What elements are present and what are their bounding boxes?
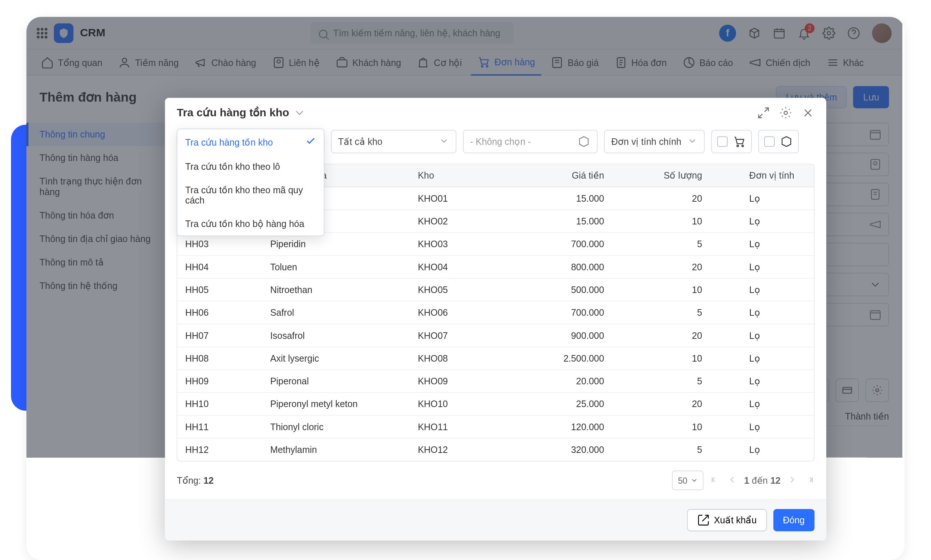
table-row[interactable]: HH10Piperonyl metyl ketonKHO1025.00020Lọ [177,393,814,415]
dropdown-item-0[interactable]: Tra cứu hàng tồn kho [177,129,324,154]
dropdown-item-2[interactable]: Tra cứu tồn kho theo mã quy cách [177,178,324,212]
svg-point-50 [742,145,743,147]
col-warehouse: Kho [410,164,507,187]
table-row[interactable]: HH08Axit lysergicKHO082.500.00010Lọ [177,347,814,370]
page-size-select[interactable]: 50 [672,471,703,490]
warehouse-select[interactable]: Tất cả kho [331,130,456,153]
table-row[interactable]: HH09PiperonalKHO0920.0005Lọ [177,370,814,393]
chevron-down-icon[interactable] [293,106,306,119]
svg-point-49 [737,145,738,147]
table-row[interactable]: HH05NitroethanKHO05500.00010Lọ [177,279,814,302]
table-row[interactable]: HH06SafrolKHO06700.0005Lọ [177,302,814,324]
table-row[interactable]: HH04ToluenKHO04800.00020Lọ [177,255,814,278]
export-button[interactable]: Xuất khẩu [687,509,767,531]
table-row[interactable]: HH12MethylaminKHO12320.0005Lọ [177,438,814,461]
close-button[interactable]: Đóng [773,509,815,531]
modal-filters: Tra cứu hàng tồn kho Tất cả kho - Không … [165,127,826,160]
export-icon [697,514,710,527]
dropdown-item-3[interactable]: Tra cứu tồn kho bộ hàng hóa [177,212,324,235]
col-price: Giá tiền [507,164,612,187]
box-icon [780,135,793,148]
inventory-lookup-modal: Tra cứu hàng tồn kho Tra cứu hàng tồn kh… [165,98,826,540]
page-range: 1 đến 12 [744,475,780,486]
dropdown-item-1[interactable]: Tra cứu tồn kho theo lô [177,155,324,178]
total-value: 12 [203,475,214,486]
toggle-cart[interactable] [711,130,752,153]
cart-icon [733,135,746,148]
close-icon[interactable] [801,106,815,119]
col-unit: Đơn vị tính [710,164,814,187]
table-row[interactable]: HH03PiperidinKHO03700.0005Lọ [177,233,814,255]
page-last-icon[interactable] [804,474,814,487]
table-row[interactable]: HH11Thionyl cloricKHO11120.00010Lọ [177,416,814,438]
pager: 50 1 đến 12 [672,471,815,490]
page-prev-icon[interactable] [727,474,738,487]
svg-point-46 [784,111,787,114]
box-icon [577,135,591,148]
gear-icon[interactable] [780,106,793,119]
svg-line-45 [758,114,762,117]
page-first-icon[interactable] [710,474,720,487]
app-window: CRM f 2 Tổng quanTiềm năngChào hàngLiên … [26,17,905,560]
svg-line-44 [765,108,768,111]
col-qty: Số lượng [612,164,710,187]
item-select[interactable]: - Không chọn - [463,130,598,153]
page-next-icon[interactable] [787,474,797,487]
total-label: Tổng: [177,475,201,486]
lookup-type-dropdown: Tra cứu hàng tồn khoTra cứu tồn kho theo… [177,128,324,236]
toggle-box[interactable] [758,130,799,153]
expand-icon[interactable] [757,106,770,119]
table-row[interactable]: HH07IsosafrolKHO07900.00020Lọ [177,324,814,347]
modal-title: Tra cứu hàng tồn kho [177,106,306,119]
unit-select[interactable]: Đơn vị tính chính [604,130,705,153]
